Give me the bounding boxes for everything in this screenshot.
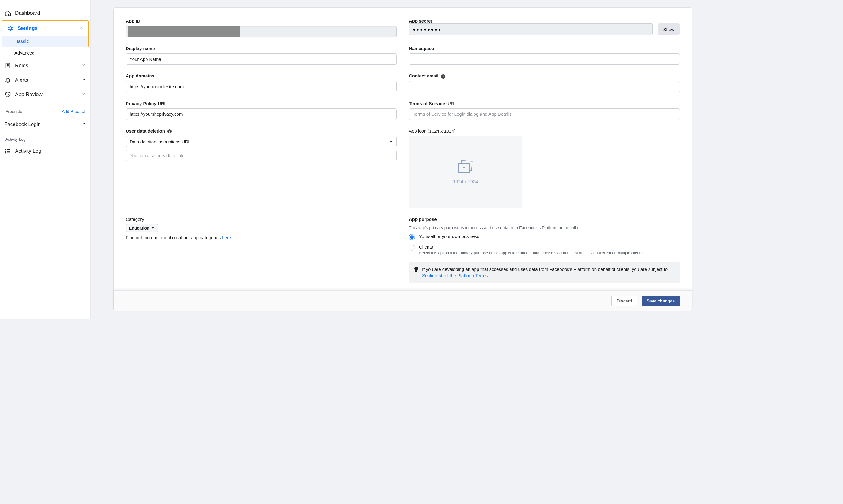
redacted-block: [128, 26, 240, 37]
products-label: Products: [5, 109, 22, 114]
app-id-label: App ID: [126, 18, 397, 23]
activity-heading: Activity Log: [0, 131, 90, 144]
chevron-down-icon: [81, 63, 86, 69]
sidebar-label: Facebook Login: [4, 121, 41, 127]
bell-icon: [4, 76, 12, 84]
list-icon: [4, 148, 12, 155]
purpose-opt2-desc: Select this option if the primary purpos…: [419, 251, 643, 255]
purpose-desc: This app's primary purpose is to access …: [409, 225, 680, 230]
info-icon[interactable]: i: [167, 129, 172, 133]
sidebar-item-roles[interactable]: Roles: [0, 58, 90, 73]
show-secret-button[interactable]: Show: [658, 23, 680, 35]
discard-button[interactable]: Discard: [612, 295, 637, 306]
radio-self[interactable]: [409, 234, 415, 240]
platform-terms-link[interactable]: Section 5b of the Platform Terms.: [422, 273, 489, 278]
field-namespace: Namespace: [409, 46, 680, 65]
app-domains-input[interactable]: [126, 81, 397, 92]
add-product-link[interactable]: Add Product: [62, 109, 85, 114]
caret-down-icon: ▼: [151, 226, 155, 230]
field-app-icon: App icon (1024 x 1024) 1024 x 1024: [409, 128, 680, 208]
app-icon-upload[interactable]: 1024 x 1024: [409, 136, 522, 208]
gear-icon: [7, 25, 14, 32]
settings-subnav-rest: Advanced: [0, 47, 90, 58]
privacy-input[interactable]: [126, 108, 397, 120]
platform-terms-banner: If you are developing an app that access…: [409, 262, 680, 284]
bulb-icon: [414, 267, 418, 279]
svg-point-6: [5, 151, 6, 151]
sidebar-label: Alerts: [15, 77, 28, 83]
field-display-name: Display name: [126, 46, 397, 65]
sidebar-item-settings-advanced[interactable]: Advanced: [15, 47, 90, 58]
field-app-domains: App domains: [126, 73, 397, 92]
sidebar-item-settings[interactable]: Settings: [2, 21, 88, 36]
field-privacy-url: Privacy Policy URL: [126, 101, 397, 120]
display-name-label: Display name: [126, 46, 397, 51]
app-icon-label: App icon (1024 x 1024): [409, 128, 680, 133]
category-select[interactable]: Education ▼: [126, 224, 158, 232]
sidebar: Dashboard Settings Basic Advanced: [0, 0, 90, 319]
save-button[interactable]: Save changes: [641, 295, 680, 306]
udd-select-value: Data deletion instructions URL: [130, 139, 191, 144]
chevron-up-icon: [79, 25, 84, 32]
field-tos-url: Terms of Service URL: [409, 101, 680, 120]
image-icon: [457, 160, 474, 175]
category-label: Category: [126, 217, 397, 222]
category-value: Education: [129, 226, 150, 231]
namespace-label: Namespace: [409, 46, 680, 51]
privacy-label: Privacy Policy URL: [126, 101, 397, 106]
sidebar-item-dashboard[interactable]: Dashboard: [0, 6, 90, 20]
field-category: Category Education ▼ Find out more infor…: [126, 217, 397, 240]
svg-point-1: [7, 65, 9, 66]
sidebar-label: Dashboard: [15, 10, 40, 16]
info-icon[interactable]: i: [441, 74, 445, 79]
sidebar-item-alerts[interactable]: Alerts: [0, 73, 90, 87]
sidebar-item-settings-basic[interactable]: Basic: [2, 36, 88, 47]
contact-email-label: Contact email i: [409, 73, 680, 79]
tos-label: Terms of Service URL: [409, 101, 680, 106]
field-contact-email: Contact email i: [409, 73, 680, 92]
sidebar-item-activity-log[interactable]: Activity Log: [0, 144, 90, 159]
sidebar-label: App Review: [15, 92, 42, 97]
svg-point-5: [5, 149, 6, 150]
products-header: Products Add Product: [0, 102, 90, 118]
purpose-opt2-label: Clients: [419, 244, 643, 249]
tos-input[interactable]: [409, 108, 680, 120]
sidebar-label: Activity Log: [15, 148, 41, 154]
field-app-purpose: App purpose This app's primary purpose i…: [409, 217, 680, 284]
purpose-option-self[interactable]: Yourself or your own business: [409, 234, 680, 240]
udd-select[interactable]: Data deletion instructions URL ▼: [126, 136, 397, 147]
namespace-input[interactable]: [409, 53, 680, 65]
settings-card: App ID App secret ●●●●●●●● Show: [114, 7, 692, 311]
contact-email-input[interactable]: [409, 81, 680, 92]
field-user-data-deletion: User data deletion i Data deletion instr…: [126, 128, 397, 161]
sidebar-label: Roles: [15, 63, 28, 69]
display-name-input[interactable]: [126, 53, 397, 65]
udd-label: User data deletion i: [126, 128, 397, 134]
category-help-text: Find out more information about app cate…: [126, 235, 397, 240]
purpose-opt1-label: Yourself or your own business: [419, 234, 479, 239]
category-help-link[interactable]: here: [222, 235, 231, 240]
app-secret-value: ●●●●●●●●: [409, 23, 653, 35]
chevron-down-icon: [81, 77, 86, 84]
app-domains-label: App domains: [126, 73, 397, 78]
purpose-option-clients[interactable]: Clients Select this option if the primar…: [409, 244, 680, 255]
main-content: App ID App secret ●●●●●●●● Show: [90, 0, 843, 319]
roles-icon: [4, 62, 12, 69]
sidebar-item-app-review[interactable]: App Review: [0, 87, 90, 102]
shield-check-icon: [4, 91, 12, 98]
home-icon: [4, 10, 12, 17]
sidebar-label: Settings: [17, 25, 38, 31]
sidebar-item-facebook-login[interactable]: Facebook Login: [0, 118, 90, 131]
purpose-label: App purpose: [409, 217, 680, 222]
udd-link-input[interactable]: [126, 150, 397, 161]
secret-masked: ●●●●●●●●: [412, 27, 442, 32]
settings-subnav: Basic: [2, 36, 88, 47]
svg-point-7: [5, 153, 6, 153]
app-icon-placeholder-text: 1024 x 1024: [453, 179, 478, 184]
radio-clients[interactable]: [409, 245, 415, 251]
chevron-down-icon: [81, 92, 86, 98]
app-secret-label: App secret: [409, 18, 432, 23]
settings-highlight: Settings Basic: [2, 20, 89, 47]
caret-down-icon: ▼: [390, 140, 393, 143]
field-app-secret: App secret ●●●●●●●● Show: [409, 18, 680, 35]
